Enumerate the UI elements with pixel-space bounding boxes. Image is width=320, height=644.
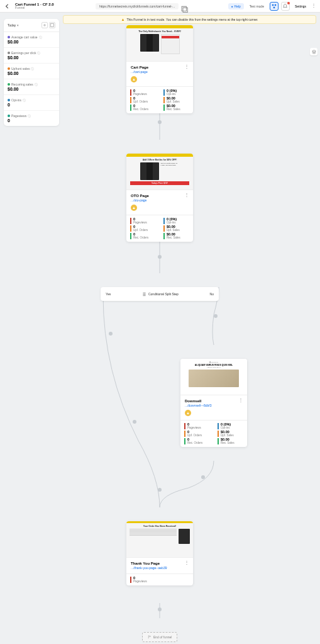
info-icon[interactable]: ⓘ [37, 51, 40, 55]
stat-item: $0.00Rec. Sales [218, 438, 246, 444]
stat-item: 0Upf. Orders [130, 225, 158, 232]
svg-point-8 [133, 420, 136, 424]
stats-sidebar: Today▾ Average cart value ⓘ $0.00 Earnin… [4, 19, 59, 126]
svg-rect-0 [272, 4, 273, 5]
step-menu-icon[interactable]: ⋮ [184, 194, 189, 196]
step-downsell[interactable]: ◆ logoipsum ALIQUAM VARIUS RISUS QUIS NI… [180, 359, 247, 447]
svg-point-5 [158, 120, 162, 124]
sidebar-metric: Earnings per click ⓘ $0.00 [4, 48, 59, 64]
step-link[interactable]: .../oto-page [131, 198, 189, 202]
stat-item: 0Upf. Orders [184, 431, 212, 437]
step-title: Downsell [185, 399, 243, 403]
stat-item: 0 (0%)Opt-ins [163, 89, 192, 96]
step-link[interactable]: .../thank-you-page--aeb39 [131, 566, 189, 570]
stat-item: $0.00Upf. Sales [163, 97, 192, 103]
info-icon[interactable]: ⓘ [23, 98, 26, 102]
metric-dot-icon [8, 99, 10, 101]
date-range-select[interactable]: Today▾ [8, 23, 19, 27]
stat-item: 0 (0%)Opt-ins [163, 218, 192, 224]
step-menu-icon[interactable]: ⋮ [184, 65, 189, 67]
step-oto-page[interactable]: Add 3 More Bottles for 50% OFF! Get a 6-… [126, 154, 193, 242]
header-actions: Help Test mode Settings ⋮ [228, 2, 316, 11]
chevron-down-icon: ▾ [17, 23, 19, 27]
more-icon[interactable]: ⋮ [311, 5, 316, 6]
info-icon[interactable]: ⓘ [31, 67, 34, 71]
metric-label: Pageviews [11, 114, 26, 118]
metric-dot-icon [8, 36, 10, 38]
sidebar-metric: Average cart value ⓘ $0.00 [4, 32, 59, 48]
flow-view-icon[interactable] [270, 2, 279, 11]
svg-point-10 [201, 475, 205, 479]
step-cart-page[interactable]: The Only Multivitamin You Need... EVER! … [126, 25, 193, 113]
split-icon [142, 292, 146, 297]
stat-item: 0Rec. Orders [130, 233, 158, 239]
sidebar-metric: Opt-ins ⓘ 0 [4, 95, 59, 111]
stat-item: 0Rec. Orders [184, 438, 212, 444]
metric-label: Opt-ins [11, 98, 21, 102]
metric-value: $0.00 [8, 55, 55, 60]
cond-yes-label: Yes [106, 292, 111, 296]
metric-value: $0.00 [8, 71, 55, 76]
page-title-block: Cart Funnel 1 - CF 2.0 Funnel [15, 3, 54, 9]
test-mode-toggle[interactable]: Test mode [246, 3, 267, 9]
funnel-subtitle: Funnel [15, 6, 54, 9]
metric-value: 0 [8, 118, 55, 123]
stat-item: $0.00Rec. Sales [163, 233, 192, 239]
stat-item: 0Pageviews [130, 577, 192, 583]
conditional-split-step[interactable]: Yes Conditional Split Step No [101, 287, 219, 301]
url-text[interactable]: https://funnelsecrets.myclickfunnels.com… [96, 3, 179, 9]
svg-point-12 [158, 607, 162, 611]
settings-button[interactable]: Settings [292, 3, 309, 9]
svg-point-9 [214, 314, 218, 318]
cond-no-label: No [210, 292, 214, 296]
step-link[interactable]: .../cart-page [131, 70, 189, 74]
metric-label: Recurring sales [11, 82, 33, 86]
warning-icon[interactable]: ▲ [131, 76, 137, 82]
sidebar-metric: Upfront sales ⓘ $0.00 [4, 64, 59, 79]
stat-item: 0Upf. Orders [130, 97, 158, 103]
stat-item: $0.00Upf. Sales [218, 431, 246, 437]
step-stats: 0Pageviews 0Upf. Orders 0Rec. Orders 0 (… [180, 420, 247, 447]
step-link[interactable]: .../downsell---8dbf3 [185, 404, 243, 407]
info-icon[interactable]: ⓘ [28, 114, 31, 118]
sidebar-expand-icon[interactable] [49, 22, 55, 28]
help-button[interactable]: Help [228, 3, 244, 9]
sidebar-metric: Pageviews ⓘ 0 [4, 111, 59, 126]
banner-text: This Funnel is in test mode. You can dis… [126, 18, 258, 21]
info-icon[interactable]: ⓘ [35, 82, 38, 86]
canvas-layers-icon[interactable] [310, 48, 317, 55]
metric-label: Upfront sales [11, 67, 30, 71]
copy-icon[interactable]: ⧉ [181, 4, 186, 9]
step-thank-you[interactable]: Your Order Has Been Received! Thank You … [126, 521, 193, 585]
stat-item: 0Rec. Orders [130, 105, 158, 111]
svg-point-11 [158, 488, 162, 492]
step-stats: 0Pageviews 0Upf. Orders 0Rec. Orders 0 (… [126, 215, 193, 242]
step-thumbnail: Add 3 More Bottles for 50% OFF! Get a 6-… [126, 154, 193, 190]
metric-value: $0.00 [8, 87, 55, 91]
stat-item: 0Pageviews [184, 423, 212, 429]
stat-item: $0.00Upf. Sales [163, 225, 192, 232]
step-menu-icon[interactable]: ⋮ [238, 399, 243, 401]
url-display: https://funnelsecrets.myclickfunnels.com… [96, 3, 186, 9]
step-title: Cart Page [131, 65, 189, 69]
back-button[interactable] [4, 3, 11, 10]
notifications-icon[interactable] [281, 2, 290, 11]
metric-value: $0.00 [8, 40, 55, 44]
metric-dot-icon [8, 67, 10, 70]
stat-item: 0Pageviews [130, 218, 158, 224]
sidebar-settings-icon[interactable] [41, 22, 48, 28]
warning-icon[interactable]: ▲ [185, 410, 191, 416]
info-icon[interactable]: ⓘ [39, 35, 42, 39]
svg-rect-4 [51, 24, 54, 27]
step-menu-icon[interactable]: ⋮ [184, 562, 189, 563]
metric-label: Earnings per click [11, 51, 36, 55]
svg-point-3 [44, 25, 45, 26]
svg-rect-1 [275, 4, 276, 5]
warning-icon[interactable]: ▲ [131, 205, 137, 211]
svg-point-6 [158, 255, 162, 259]
step-thumbnail: The Only Multivitamin You Need... EVER! [126, 25, 193, 62]
warning-icon: ▲ [121, 18, 125, 21]
svg-rect-2 [273, 6, 275, 8]
stat-item: $0.00Rec. Sales [163, 105, 192, 111]
step-title: OTO Page [131, 194, 189, 198]
